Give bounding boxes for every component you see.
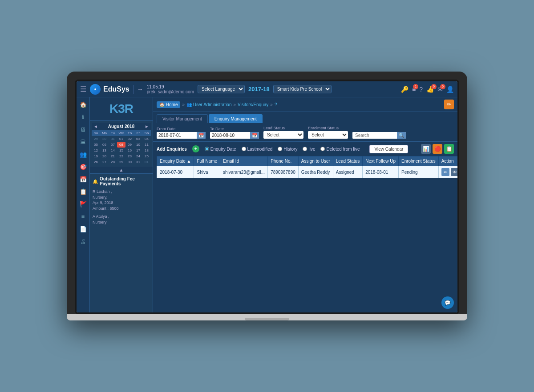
cal-cell[interactable]: 18 xyxy=(142,148,151,153)
list-icon[interactable]: ≡1 xyxy=(412,86,416,93)
cal-cell[interactable]: 01 xyxy=(117,136,125,142)
mail-icon[interactable]: ✉0 xyxy=(437,86,443,93)
breadcrumb-visitors[interactable]: Visitors/Enquiry xyxy=(238,102,268,107)
row-edit-btn[interactable]: ✏ xyxy=(441,168,449,176)
breadcrumb-home[interactable]: 🏠 Home xyxy=(157,101,180,108)
cal-cell[interactable]: 16 xyxy=(125,148,134,153)
key-icon[interactable]: 🔑 xyxy=(401,86,409,93)
col-assign-user[interactable]: Assign to User xyxy=(298,156,333,166)
sidebar-icon-home[interactable]: 🏠 xyxy=(79,100,88,109)
sidebar-icon-institution[interactable]: 🏛 xyxy=(79,137,88,146)
cal-cell[interactable]: 19 xyxy=(92,153,100,159)
radio-lastmodified[interactable]: Lastmodified xyxy=(242,147,273,152)
tab-enquiry-management[interactable]: Enquiry Management xyxy=(209,114,263,123)
col-next-follow[interactable]: Next Follow Up xyxy=(363,156,399,166)
enrolment-status-select[interactable]: Select xyxy=(308,131,348,139)
cal-cell[interactable]: 07 xyxy=(109,142,117,148)
col-email[interactable]: Email Id xyxy=(220,156,268,166)
cal-cell[interactable]: 03 xyxy=(134,136,142,142)
cal-cell[interactable]: 12 xyxy=(92,148,100,153)
radio-history-input[interactable] xyxy=(278,147,282,151)
radio-live-input[interactable] xyxy=(303,147,307,151)
view-calendar-btn[interactable]: View Calendar xyxy=(369,145,408,153)
cal-cell[interactable]: 04 xyxy=(142,136,151,142)
sidebar-icon-desktop[interactable]: 🖥 xyxy=(79,125,88,134)
radio-history[interactable]: History xyxy=(278,147,297,152)
user-icon[interactable]: 👤 xyxy=(446,86,454,93)
help-icon[interactable]: ? xyxy=(419,86,423,93)
lead-status-select[interactable]: Select xyxy=(263,131,303,139)
cal-cell[interactable]: 27 xyxy=(100,159,109,165)
cal-cell[interactable]: 20 xyxy=(100,153,109,159)
cal-cell[interactable]: 11 xyxy=(142,142,151,148)
cal-cell[interactable]: 31 xyxy=(134,159,142,165)
sidebar-icon-document[interactable]: 📄 xyxy=(79,224,88,233)
radio-live[interactable]: live xyxy=(303,147,315,152)
cal-cell[interactable]: 30 xyxy=(125,159,134,165)
radio-enquiry-date[interactable]: Enquiry Date xyxy=(205,147,236,152)
sidebar-icon-flag[interactable]: 🚩 xyxy=(79,200,88,208)
nav-arrow[interactable]: → xyxy=(137,86,143,93)
cal-cell[interactable]: 13 xyxy=(100,148,109,153)
radio-deleted-input[interactable] xyxy=(320,147,325,151)
school-select[interactable]: Smart Kids Pre School xyxy=(273,85,332,93)
sidebar-icon-target[interactable]: 🎯 xyxy=(79,162,88,171)
cal-cell[interactable]: 17 xyxy=(134,148,142,153)
export-icon[interactable]: 📊 xyxy=(421,144,431,154)
radio-deleted-from-live[interactable]: Deleted from live xyxy=(320,147,360,152)
cal-cell[interactable]: 26 xyxy=(92,159,100,165)
cal-prev[interactable]: ◄ xyxy=(93,124,98,129)
col-enrolment-status[interactable]: Enrolment Status xyxy=(398,156,438,166)
sidebar-icon-calendar[interactable]: 📅 xyxy=(79,175,88,184)
cal-cell[interactable]: 09 xyxy=(125,142,134,148)
delete-icon[interactable]: 🔴 xyxy=(433,144,442,154)
cal-cell[interactable]: 28 xyxy=(109,159,117,165)
sidebar-icon-clipboard[interactable]: 📋 xyxy=(79,187,88,196)
tab-visitor-management[interactable]: Visitor Management xyxy=(157,114,208,123)
menu-icon[interactable]: ☰ xyxy=(80,85,86,93)
to-date-cal-btn[interactable]: 📅 xyxy=(250,132,259,139)
col-phone[interactable]: Phone No. xyxy=(268,156,299,166)
cal-cell[interactable]: 23 xyxy=(125,153,134,159)
language-select[interactable]: Select Language xyxy=(198,85,245,93)
cal-cell[interactable]: 30 xyxy=(100,136,109,142)
sidebar-icon-list[interactable]: ≡ xyxy=(79,212,88,221)
cal-cell[interactable]: 29 xyxy=(117,159,125,165)
cal-cell[interactable]: 31 xyxy=(109,136,117,142)
cal-cell[interactable]: 01 xyxy=(142,159,151,165)
search-button[interactable]: 🔍 xyxy=(397,132,406,139)
cal-cell-today[interactable]: 08 xyxy=(117,142,125,148)
from-date-input[interactable] xyxy=(157,132,197,139)
panel-toggle[interactable]: ▲ xyxy=(90,167,153,173)
breadcrumb-admin[interactable]: 👥 User Administration xyxy=(186,102,231,107)
to-date-input[interactable] xyxy=(210,132,250,139)
radio-lastmodified-input[interactable] xyxy=(242,147,246,151)
row-eye-btn[interactable]: 👁 xyxy=(451,168,457,176)
cal-cell[interactable]: 02 xyxy=(125,136,134,142)
from-date-cal-btn[interactable]: 📅 xyxy=(197,132,206,139)
cal-cell[interactable]: 29 xyxy=(92,136,100,142)
cal-next[interactable]: ► xyxy=(145,124,149,129)
clipboard-icon[interactable]: 📋 xyxy=(444,144,454,154)
cal-cell[interactable]: 25 xyxy=(142,153,151,159)
breadcrumb-help[interactable]: ? xyxy=(275,102,277,107)
cal-cell[interactable]: 15 xyxy=(117,148,125,153)
cal-cell[interactable]: 05 xyxy=(92,142,100,148)
radio-enquiry-date-input[interactable] xyxy=(205,147,209,151)
cal-cell[interactable]: 14 xyxy=(109,148,117,153)
sidebar-icon-print[interactable]: 🖨 xyxy=(79,237,88,246)
search-input[interactable] xyxy=(352,132,397,139)
thumb-icon[interactable]: 👍0 xyxy=(426,86,434,93)
cal-cell[interactable]: 24 xyxy=(134,153,142,159)
col-lead-status[interactable]: Lead Status xyxy=(333,156,362,166)
cal-cell[interactable]: 10 xyxy=(134,142,142,148)
sidebar-icon-info[interactable]: ℹ xyxy=(79,112,88,121)
chat-bubble[interactable]: 💬 xyxy=(441,296,454,309)
cal-cell[interactable]: 06 xyxy=(100,142,109,148)
cal-cell[interactable]: 21 xyxy=(109,153,117,159)
breadcrumb-edit-btn[interactable]: ✏ xyxy=(444,100,454,109)
cal-cell[interactable]: 22 xyxy=(117,153,125,159)
col-full-name[interactable]: Full Name xyxy=(194,156,220,166)
sidebar-icon-users[interactable]: 👥 xyxy=(79,150,88,159)
add-enquiry-btn[interactable]: + xyxy=(192,145,199,152)
